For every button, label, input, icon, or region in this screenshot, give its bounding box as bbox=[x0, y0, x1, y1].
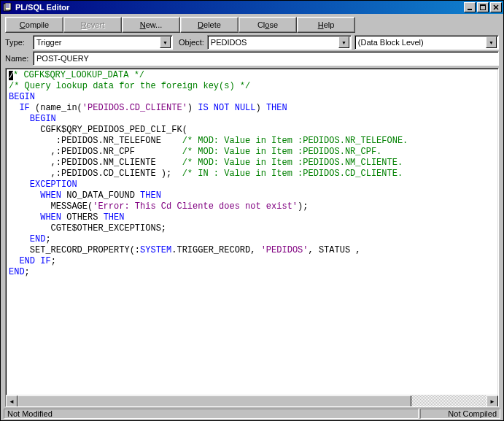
scroll-track[interactable] bbox=[18, 395, 486, 406]
maximize-button[interactable] bbox=[477, 2, 489, 12]
horizontal-scrollbar[interactable]: ◄ ► bbox=[6, 395, 498, 406]
status-modified: Not Modified bbox=[4, 409, 419, 419]
titlebar-text: PL/SQL Editor bbox=[15, 3, 462, 12]
compile-button[interactable]: Compile bbox=[5, 17, 63, 33]
editor-container: /* CGFK$QRY_LOOKUP_DATA */ /* Query look… bbox=[5, 68, 499, 407]
svg-rect-4 bbox=[480, 4, 486, 6]
dropdown-arrow-icon: ▼ bbox=[338, 36, 349, 48]
delete-button[interactable]: Delete bbox=[180, 17, 239, 33]
svg-rect-2 bbox=[468, 9, 472, 10]
close-editor-button[interactable]: Close bbox=[239, 17, 297, 33]
object-value: PEDIDOS bbox=[211, 38, 247, 47]
name-label: Name: bbox=[5, 54, 30, 63]
app-icon bbox=[2, 2, 12, 12]
name-value: POST-QUERY bbox=[36, 54, 89, 63]
dropdown-arrow-icon: ▼ bbox=[160, 36, 171, 48]
type-dropdown[interactable]: Trigger ▼ bbox=[33, 35, 173, 50]
object-label: Object: bbox=[179, 38, 204, 47]
level-value: (Data Block Level) bbox=[358, 38, 424, 47]
row-type-object: Type: Trigger ▼ Object: PEDIDOS ▼ (Data … bbox=[1, 34, 503, 50]
scroll-right-button[interactable]: ► bbox=[486, 395, 498, 407]
plsql-editor-window: PL/SQL Editor Compile Revert New... Dele… bbox=[0, 0, 504, 421]
type-value: Trigger bbox=[36, 38, 61, 47]
help-button[interactable]: Help bbox=[297, 17, 355, 33]
titlebar: PL/SQL Editor bbox=[1, 1, 503, 14]
type-label: Type: bbox=[5, 38, 30, 47]
row-name: Name: POST-QUERY bbox=[1, 50, 503, 66]
name-field[interactable]: POST-QUERY bbox=[33, 51, 499, 66]
scroll-left-button[interactable]: ◄ bbox=[6, 395, 18, 407]
level-dropdown[interactable]: (Data Block Level) ▼ bbox=[354, 35, 499, 50]
revert-button: Revert bbox=[63, 17, 122, 33]
minimize-button[interactable] bbox=[464, 2, 476, 12]
status-compiled: Not Compiled bbox=[420, 409, 500, 419]
statusbar: Not Modified Not Compiled bbox=[1, 407, 503, 420]
dropdown-arrow-icon: ▼ bbox=[486, 36, 497, 48]
code-editor[interactable]: /* CGFK$QRY_LOOKUP_DATA */ /* Query look… bbox=[6, 69, 498, 395]
scroll-thumb[interactable] bbox=[18, 395, 411, 407]
object-dropdown[interactable]: PEDIDOS ▼ bbox=[207, 35, 352, 50]
toolbar: Compile Revert New... Delete Close Help bbox=[1, 14, 503, 34]
svg-rect-1 bbox=[5, 3, 11, 10]
new-button[interactable]: New... bbox=[122, 17, 180, 33]
close-button[interactable] bbox=[490, 2, 502, 12]
